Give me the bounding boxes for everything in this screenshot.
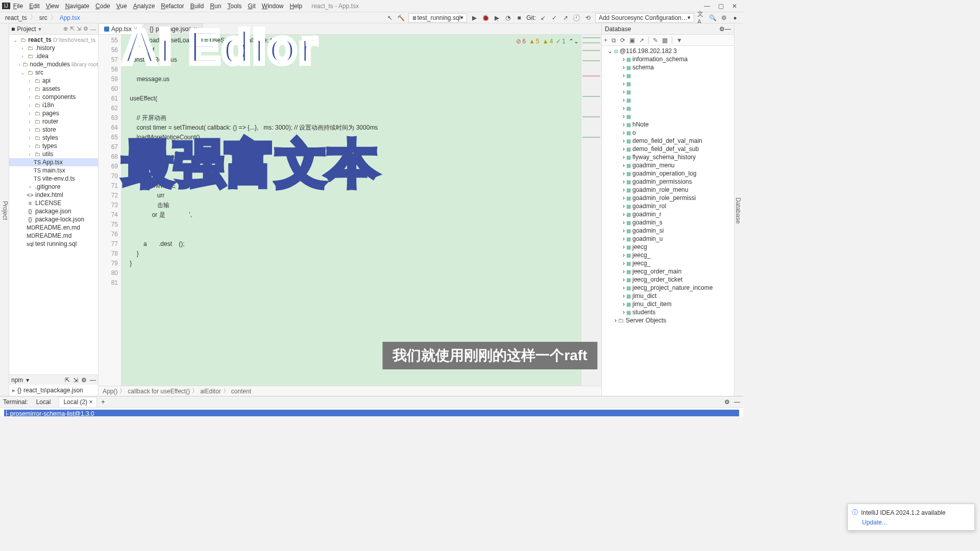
edit-icon[interactable]: ✎ xyxy=(653,37,658,44)
db-table[interactable]: ›▦goadmin_u xyxy=(602,235,734,243)
hide-icon[interactable]: — xyxy=(90,26,96,32)
database-tool-tab[interactable]: Database xyxy=(734,197,742,223)
hide-icon[interactable]: — xyxy=(725,26,731,33)
filter-icon[interactable]: ▼ xyxy=(676,37,682,44)
collapse-icon[interactable]: ⇲ xyxy=(73,377,78,384)
editor-breadcrumb[interactable]: App()〉callback for useEffect()〉aiEditor〉… xyxy=(99,386,601,396)
db-table[interactable]: ›▦goadmin_menu xyxy=(602,161,734,169)
tree-item[interactable]: ›🗀styles xyxy=(9,134,98,142)
ide-settings-icon[interactable]: ⚙ xyxy=(720,14,728,22)
db-table[interactable]: ›▦goadmin_r xyxy=(602,210,734,218)
menu-run[interactable]: Run xyxy=(207,2,224,11)
db-table[interactable]: ›▦jeecg_order_main xyxy=(602,267,734,276)
project-tree[interactable]: ⌄🗀react_ts D:\test\o\react_ts›🗀.history›… xyxy=(9,35,98,374)
db-table[interactable]: ›▦jeecg_order_ticket xyxy=(602,276,734,284)
avatar-icon[interactable]: ● xyxy=(731,14,739,22)
tree-item[interactable]: ›🗀node_modules library root xyxy=(9,60,98,68)
inspection-widget[interactable]: ⊘ 6 ▲ 5 ▲ 4 ✓ 1 ⌃⌄ xyxy=(516,38,579,45)
close-tab-icon[interactable]: × xyxy=(194,26,198,33)
editor-minimap[interactable] xyxy=(581,35,601,386)
menu-git[interactable]: Git xyxy=(244,2,258,11)
back-icon[interactable]: ↖ xyxy=(386,14,394,22)
project-tool-tab[interactable]: Project xyxy=(2,201,9,220)
tree-item[interactable]: ›🗀types xyxy=(9,142,98,150)
tree-item[interactable]: sqltest running.sql xyxy=(9,240,98,248)
tree-item[interactable]: ›🗀utils xyxy=(9,150,98,158)
gear-icon[interactable]: ⚙ xyxy=(83,26,88,32)
jump-icon[interactable]: ↗ xyxy=(639,37,644,44)
profile-icon[interactable]: ◔ xyxy=(504,14,512,22)
add-terminal-icon[interactable]: + xyxy=(101,398,105,406)
db-table[interactable]: ›▦goadmin_operation_log xyxy=(602,169,734,178)
db-table[interactable]: ›▦ xyxy=(602,88,734,96)
db-table[interactable]: ›▦ xyxy=(602,104,734,112)
debug-icon[interactable]: 🐞 xyxy=(481,14,489,22)
db-table[interactable]: ›▦demo_field_def_val_main xyxy=(602,137,734,145)
git-rollback-icon[interactable]: ⟲ xyxy=(584,14,592,22)
tree-item[interactable]: ›🗀router xyxy=(9,117,98,126)
db-table[interactable]: ›▦o xyxy=(602,129,734,137)
maximize-icon[interactable]: ▢ xyxy=(718,3,724,10)
tree-item[interactable]: {}package.json xyxy=(9,207,98,215)
db-table[interactable]: ›▦jeecg_ xyxy=(602,251,734,259)
db-table[interactable]: ›▦goadmin_si xyxy=(602,227,734,235)
db-table[interactable]: ›▦ hNote xyxy=(602,120,734,129)
db-table[interactable]: ›▦jeecg_ xyxy=(602,259,734,267)
db-table[interactable]: ›▦jimu_dict xyxy=(602,292,734,300)
line-gutter[interactable]: 5556575859606162636465676869707172737475… xyxy=(99,35,121,386)
editor-tab[interactable]: App.tsx× xyxy=(99,23,143,34)
table-icon[interactable]: ▦ xyxy=(662,37,668,44)
hide-icon[interactable]: — xyxy=(90,377,96,384)
collapse-all-icon[interactable]: ⇲ xyxy=(77,26,81,32)
tree-item[interactable]: MDREADME.md xyxy=(9,232,98,240)
db-table[interactable]: ›▦ xyxy=(602,112,734,120)
minimize-icon[interactable]: — xyxy=(704,3,710,10)
tree-item[interactable]: ›🗀assets xyxy=(9,85,98,93)
tree-item[interactable]: ≡LICENSE xyxy=(9,199,98,207)
db-table[interactable]: ›▦ xyxy=(602,71,734,80)
db-table[interactable]: ›▦ xyxy=(602,80,734,88)
tree-item[interactable]: TSmain.tsx xyxy=(9,166,98,174)
run-icon[interactable]: ▶ xyxy=(470,14,478,22)
code-editor[interactable]: const [loading, setLoading] = UseState( … xyxy=(121,35,581,386)
crumb[interactable]: src xyxy=(38,14,48,21)
terminal-output[interactable]: ├ prosemirror-schema-list@1.3.0├ prosemi… xyxy=(0,408,743,416)
right-tool-stripe[interactable]: Database M 外 xyxy=(734,23,743,396)
tree-item[interactable]: ›🗀.history xyxy=(9,44,98,52)
tree-item[interactable]: ›🗀pages xyxy=(9,109,98,117)
coverage-icon[interactable]: ▶̣ xyxy=(493,14,501,22)
git-update-icon[interactable]: ↙ xyxy=(539,14,547,22)
tree-item[interactable]: ◦.gitignore xyxy=(9,183,98,191)
menu-window[interactable]: Window xyxy=(259,2,287,11)
stop-icon[interactable]: ■ xyxy=(515,14,523,22)
database-tree[interactable]: ⌄⧇ @116.198.202.182 3›▦information_schem… xyxy=(602,46,734,396)
db-table[interactable]: ›▦ xyxy=(602,96,734,104)
db-table[interactable]: ›▦jimu_dict_item xyxy=(602,300,734,308)
hide-icon[interactable]: — xyxy=(734,398,740,406)
tree-item[interactable]: TSApp.tsx xyxy=(9,158,98,166)
menu-analyze[interactable]: Analyze xyxy=(130,2,158,11)
tree-item[interactable]: ⌄🗀src xyxy=(9,68,98,77)
git-history-icon[interactable]: 🕘 xyxy=(573,14,581,22)
crumb[interactable]: App.tsx xyxy=(59,14,81,21)
tree-item[interactable]: ›🗀components xyxy=(9,93,98,101)
tree-item[interactable]: TSvite-env.d.ts xyxy=(9,174,98,183)
search-icon[interactable]: 🔍 xyxy=(708,14,717,22)
expand-icon[interactable]: ⇱ xyxy=(65,377,70,384)
tree-item[interactable]: ⌄🗀react_ts D:\test\o\react_ts xyxy=(9,36,98,44)
db-table[interactable]: ›▦goadmin_role_menu xyxy=(602,186,734,194)
npm-scripts[interactable]: ▸{}react_ts\package.json xyxy=(9,385,98,396)
gear-icon[interactable]: ⚙ xyxy=(719,26,725,33)
tree-item[interactable]: ›🗀store xyxy=(9,126,98,134)
menu-tools[interactable]: Tools xyxy=(224,2,244,11)
select-opened-icon[interactable]: ⊕ xyxy=(63,26,68,32)
tree-item[interactable]: ›🗀api xyxy=(9,77,98,85)
tree-item[interactable]: <>index.html xyxy=(9,191,98,199)
hammer-icon[interactable]: 🔨 xyxy=(397,14,405,22)
menu-build[interactable]: Build xyxy=(187,2,207,11)
tree-item[interactable]: MDREADME.en.md xyxy=(9,223,98,232)
db-table[interactable]: ›▦demo_field_def_val_sub xyxy=(602,145,734,153)
editor-tab[interactable]: {}package.json× xyxy=(144,23,203,34)
git-push-icon[interactable]: ↗ xyxy=(561,14,570,22)
db-table[interactable]: ›▦goadmin_rol xyxy=(602,202,734,210)
